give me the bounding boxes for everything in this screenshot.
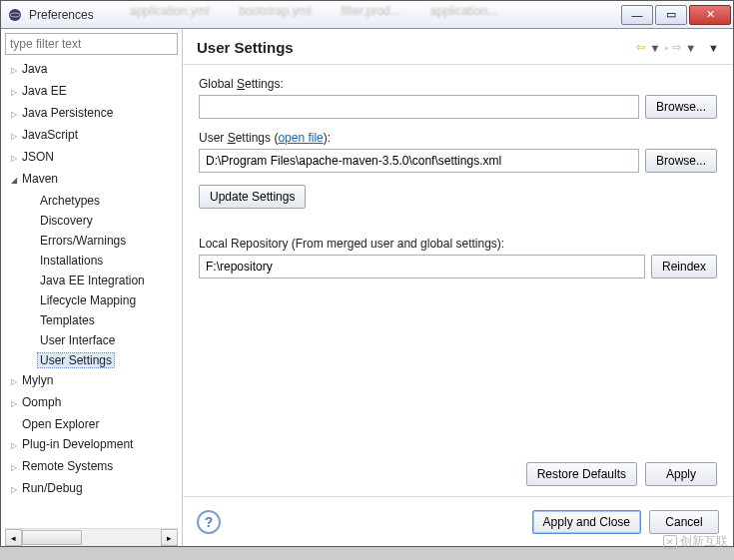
- open-file-link[interactable]: open file: [278, 131, 323, 145]
- help-icon[interactable]: ?: [197, 510, 221, 534]
- tree-item[interactable]: Java Persistence: [9, 103, 178, 125]
- scroll-thumb[interactable]: [22, 530, 82, 545]
- maximize-button[interactable]: ▭: [655, 5, 687, 25]
- tree-item[interactable]: Maven: [9, 169, 178, 191]
- watermark-logo-icon: ✕: [663, 535, 677, 549]
- tree-item-label: Mylyn: [19, 372, 56, 388]
- tree-item-label: Java EE: [19, 83, 70, 99]
- dialog-footer: ? Apply and Close Cancel: [183, 496, 733, 546]
- nav-back-dropdown[interactable]: ▼: [649, 42, 660, 54]
- global-settings-label: Global Settings:: [199, 77, 717, 91]
- tree-item-label: Java Persistence: [19, 105, 116, 121]
- tree-item[interactable]: JavaScript: [9, 125, 178, 147]
- tree-item-label: Maven: [19, 171, 61, 187]
- tree-item-label: Errors/Warnings: [37, 233, 129, 249]
- global-settings-input[interactable]: [199, 95, 639, 119]
- preferences-tree[interactable]: JavaJava EEJava PersistenceJavaScriptJSO…: [5, 59, 178, 500]
- global-browse-button[interactable]: Browse...: [645, 95, 717, 119]
- tree-item-label: Templates: [37, 312, 98, 328]
- nav-forward-icon[interactable]: ⇨: [672, 41, 681, 54]
- minimize-button[interactable]: —: [621, 5, 653, 25]
- nav-back-icon[interactable]: ⇦: [636, 41, 645, 54]
- view-menu-icon[interactable]: ▼: [708, 42, 719, 54]
- tree-item-label: Run/Debug: [19, 480, 86, 496]
- tree-item[interactable]: JSON: [9, 147, 178, 169]
- tree-item[interactable]: Discovery: [27, 211, 178, 231]
- titlebar[interactable]: Preferences application.ymlbootstrap.yml…: [1, 1, 733, 29]
- update-settings-button[interactable]: Update Settings: [199, 185, 306, 209]
- local-repo-input: [199, 255, 645, 279]
- tree-item-label: Open Explorer: [19, 416, 102, 432]
- tree-item-label: JSON: [19, 149, 57, 165]
- scroll-right-button[interactable]: ▸: [161, 529, 178, 546]
- tree-item-label: Installations: [37, 253, 106, 269]
- tree-item-label: User Settings: [37, 352, 115, 368]
- tree-item[interactable]: Plug-in Development: [9, 434, 178, 456]
- tree-item[interactable]: Java EE: [9, 81, 178, 103]
- tree-item[interactable]: Run/Debug: [9, 478, 178, 500]
- tree-item[interactable]: Java: [9, 59, 178, 81]
- svg-point-0: [9, 9, 21, 21]
- preferences-window: Preferences application.ymlbootstrap.yml…: [0, 0, 734, 547]
- tree-item-label: JavaScript: [19, 127, 81, 143]
- horizontal-scrollbar[interactable]: ◂ ▸: [5, 528, 178, 546]
- tree-item-label: Lifecycle Mapping: [37, 292, 139, 308]
- user-settings-label: User Settings (open file):: [199, 131, 717, 145]
- user-browse-button[interactable]: Browse...: [645, 149, 717, 173]
- tree-item[interactable]: User Interface: [27, 330, 178, 350]
- tree-item-label: User Interface: [37, 332, 118, 348]
- restore-defaults-button[interactable]: Restore Defaults: [526, 462, 637, 486]
- tree-item-label: Plug-in Development: [19, 436, 136, 452]
- page-title: User Settings: [197, 39, 636, 56]
- tree-item[interactable]: Installations: [27, 251, 178, 271]
- tree-item-label: Java EE Integration: [37, 273, 148, 288]
- tree-item[interactable]: Mylyn: [9, 370, 178, 392]
- content-header: User Settings ⇦ ▼ • ⇨ ▼ ▼: [183, 29, 733, 65]
- content-pane: User Settings ⇦ ▼ • ⇨ ▼ ▼ Global Setting…: [183, 29, 733, 546]
- tree-item[interactable]: Oomph: [9, 392, 178, 414]
- scroll-left-button[interactable]: ◂: [5, 529, 22, 546]
- cancel-button[interactable]: Cancel: [649, 510, 719, 534]
- tree-item-label: Archetypes: [37, 193, 103, 209]
- tree-item-label: Java: [19, 61, 50, 77]
- tree-item[interactable]: Lifecycle Mapping: [27, 290, 178, 310]
- filter-input[interactable]: [5, 33, 178, 55]
- tree-item[interactable]: Templates: [27, 310, 178, 330]
- user-settings-input[interactable]: [199, 149, 639, 173]
- watermark: ✕ 创新互联: [663, 533, 728, 550]
- tree-item-label: Discovery: [37, 213, 96, 229]
- tree-item[interactable]: User Settings: [27, 350, 178, 370]
- tree-item[interactable]: Java EE Integration: [27, 271, 178, 290]
- reindex-button[interactable]: Reindex: [651, 255, 717, 279]
- tree-item[interactable]: Open Explorer: [9, 414, 178, 434]
- eclipse-icon: [7, 7, 23, 23]
- close-button[interactable]: ✕: [689, 5, 731, 25]
- sidebar: JavaJava EEJava PersistenceJavaScriptJSO…: [1, 29, 183, 546]
- tree-item-label: Remote Systems: [19, 458, 116, 474]
- apply-and-close-button[interactable]: Apply and Close: [532, 510, 641, 534]
- tree-item[interactable]: Archetypes: [27, 191, 178, 211]
- tree-item-label: Oomph: [19, 394, 64, 410]
- apply-button[interactable]: Apply: [645, 462, 717, 486]
- local-repo-label: Local Repository (From merged user and g…: [199, 237, 717, 251]
- nav-forward-dropdown[interactable]: ▼: [685, 42, 696, 54]
- scroll-track[interactable]: [22, 529, 161, 546]
- tree-item[interactable]: Errors/Warnings: [27, 231, 178, 251]
- background-tabs: application.ymlbootstrap.ymlfilter.prod.…: [130, 4, 497, 18]
- tree-item[interactable]: Remote Systems: [9, 456, 178, 478]
